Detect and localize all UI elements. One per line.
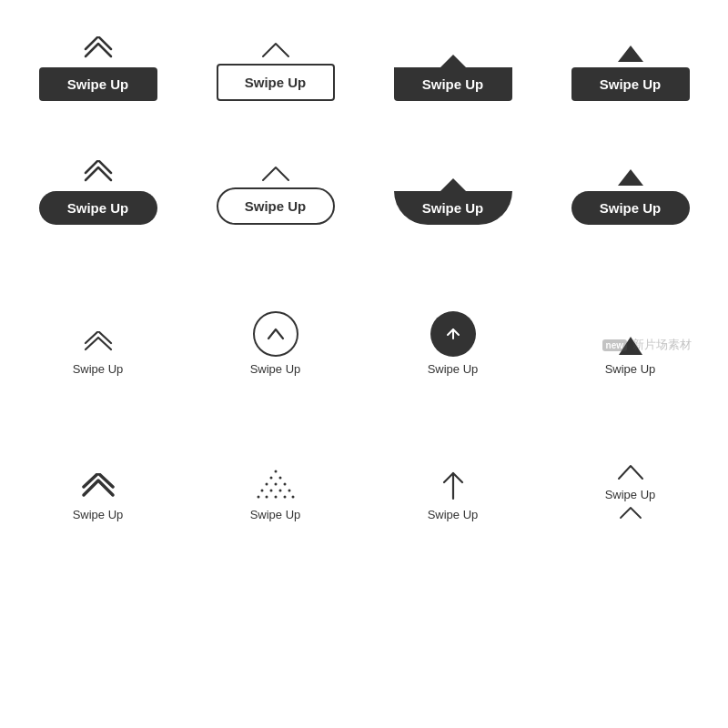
- r1c4-item: Swipe Up: [541, 27, 719, 115]
- svg-point-17: [291, 496, 294, 499]
- r1c1-item: Swipe Up: [9, 27, 187, 115]
- r4c3-item: Swipe Up: [364, 453, 541, 535]
- r2c1-item: Swipe Up: [9, 151, 187, 238]
- r1c3-item: Swipe Up: [364, 27, 541, 115]
- extra-chevron-icon: [618, 505, 643, 521]
- single-chevron-icon: [258, 40, 293, 60]
- svg-point-3: [274, 470, 277, 473]
- swipe-up-button-r2c2[interactable]: Swipe Up: [217, 187, 335, 225]
- swipe-up-button-r1c2[interactable]: Swipe Up: [217, 64, 335, 101]
- swipe-up-button-r2c3[interactable]: Swipe Up: [394, 191, 512, 225]
- row1-grid: Swipe Up Swipe Up Swipe Up Swipe Up: [0, 0, 728, 124]
- r4c4-item: Swipe Up: [541, 453, 719, 535]
- dots-triangle-icon: [257, 470, 295, 502]
- svg-marker-1: [618, 169, 643, 186]
- svg-point-15: [274, 496, 277, 499]
- svg-point-10: [269, 490, 272, 492]
- svg-point-11: [278, 490, 281, 492]
- swipe-up-label-r3c1: Swipe Up: [73, 362, 124, 376]
- svg-point-8: [283, 483, 286, 486]
- arrow-circle-filled-icon: [430, 311, 476, 357]
- svg-point-16: [283, 496, 286, 499]
- svg-point-4: [269, 477, 272, 480]
- swipe-up-label-r4c4: Swipe Up: [605, 488, 656, 501]
- r1c2-item: Swipe Up: [187, 27, 364, 115]
- swipe-up-button-r2c1[interactable]: Swipe Up: [39, 191, 157, 225]
- swipe-up-button-r1c1[interactable]: Swipe Up: [39, 67, 157, 101]
- watermark-text: 新片场素材: [632, 337, 692, 353]
- watermark-badge: new: [602, 339, 627, 351]
- svg-point-5: [278, 477, 281, 480]
- swipe-up-label-r3c2: Swipe Up: [250, 362, 301, 376]
- single-chevron-plain-icon: [616, 462, 645, 482]
- r4c1-item: Swipe Up: [9, 453, 187, 535]
- r2c3-item: Swipe Up: [364, 151, 541, 238]
- r2c2-item: Swipe Up: [187, 151, 364, 238]
- r3c2-item: Swipe Up: [187, 302, 364, 389]
- r4c2-item: Swipe Up: [187, 453, 364, 535]
- single-chevron-icon-2: [258, 164, 293, 184]
- tab-notch-icon: [440, 55, 466, 67]
- row4-grid: Swipe Up Swipe Up: [0, 435, 728, 553]
- swipe-up-button-r2c4[interactable]: Swipe Up: [571, 191, 690, 225]
- double-chevron-thick-icon: [80, 473, 116, 502]
- svg-point-13: [257, 496, 259, 499]
- svg-point-9: [260, 490, 263, 492]
- swipe-up-label-r4c3: Swipe Up: [428, 508, 479, 521]
- watermark: new 新片场素材: [602, 337, 692, 353]
- double-chevron-icon: [81, 36, 116, 64]
- r3c3-item: Swipe Up: [364, 302, 541, 389]
- r3c1-item: Swipe Up: [9, 302, 187, 389]
- swipe-up-label-r3c3: Swipe Up: [428, 362, 479, 376]
- triangle-small-icon-2: [613, 167, 648, 187]
- swipe-up-button-r1c4[interactable]: Swipe Up: [571, 67, 690, 101]
- row2-grid: Swipe Up Swipe Up Swipe Up Swipe Up: [0, 133, 728, 248]
- svg-point-14: [265, 496, 268, 499]
- svg-marker-0: [618, 46, 643, 62]
- triangle-small-icon: [613, 44, 648, 64]
- r2c4-item: Swipe Up: [541, 151, 719, 238]
- swipe-up-label-r3c4: Swipe Up: [605, 362, 656, 376]
- swipe-up-button-r1c3[interactable]: Swipe Up: [394, 67, 512, 101]
- pill-tab-notch-icon: [440, 178, 466, 191]
- svg-point-6: [265, 483, 268, 486]
- double-chevron-icon-2: [81, 160, 116, 187]
- double-chevron-plain-icon: [82, 331, 115, 357]
- swipe-up-label-r4c2: Swipe Up: [250, 508, 301, 521]
- arrow-up-icon: [440, 470, 466, 502]
- chevron-circle-outline-icon: [253, 311, 298, 357]
- swipe-up-label-r4c1: Swipe Up: [73, 508, 124, 521]
- svg-point-12: [288, 490, 290, 492]
- svg-point-7: [274, 483, 277, 486]
